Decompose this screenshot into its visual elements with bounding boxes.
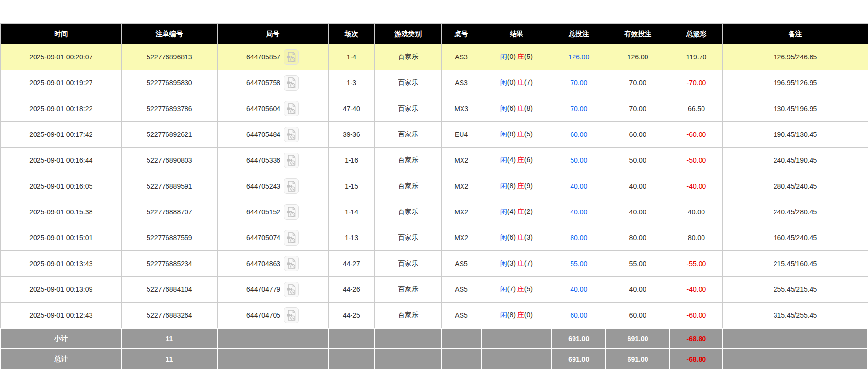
total-bet-amount[interactable]: 40.00 (552, 173, 606, 199)
banker-score: (2) (524, 208, 533, 215)
player-result-label: 闲 (500, 130, 507, 138)
game-type: 百家乐 (375, 199, 442, 225)
round-cell: 644705758 (217, 70, 328, 96)
player-result-label: 闲 (500, 208, 507, 215)
subtotal-valid-bet: 691.00 (606, 328, 670, 349)
subtotal-empty-cell (723, 328, 868, 349)
player-result-label: 闲 (500, 311, 507, 319)
remark-balance: 196.95/126.95 (723, 70, 868, 96)
banker-score: (3) (524, 233, 533, 241)
banker-result-label: 庄 (517, 53, 524, 60)
bet-time: 2025-09-01 00:16:05 (0, 173, 121, 199)
video-replay-button[interactable] (284, 282, 299, 297)
remark-balance: 126.95/246.65 (723, 44, 868, 70)
bet-record-row: 2025-09-01 00:18:22 522776893786 6447056… (0, 96, 868, 122)
session: 1-4 (328, 44, 375, 70)
bet-record-row: 2025-09-01 00:16:05 522776889591 6447052… (0, 173, 868, 199)
total-bet-amount[interactable]: 60.00 (552, 303, 606, 328)
banker-score: (5) (524, 285, 533, 293)
remark-balance: 130.45/196.95 (723, 96, 868, 122)
banker-result-label: 庄 (517, 78, 524, 86)
col-header-valid-bet: 有效投注 (606, 24, 670, 44)
video-replay-button[interactable] (284, 256, 299, 271)
table-number: AS3 (442, 70, 481, 96)
bet-time: 2025-09-01 00:12:43 (0, 303, 121, 328)
subtotal-empty-cell (481, 328, 552, 349)
player-score: (0) (507, 78, 516, 86)
valid-bet-amount: 80.00 (606, 225, 670, 251)
round-cell: 644704705 (217, 303, 328, 328)
bet-record-row: 2025-09-01 00:15:38 522776888707 6447051… (0, 199, 868, 225)
bet-record-row: 2025-09-01 00:12:43 522776883264 6447047… (0, 303, 868, 328)
total-bet-amount[interactable]: 40.00 (552, 277, 606, 303)
total-payout-amount: 40.00 (670, 199, 723, 225)
video-replay-button[interactable] (284, 75, 299, 91)
video-replay-button[interactable] (284, 178, 299, 194)
round-number: 644704705 (246, 311, 280, 319)
video-replay-button[interactable] (284, 127, 299, 142)
round-number: 644704863 (246, 260, 280, 268)
result-cell: 闲(0) 庄(5) (481, 44, 552, 70)
session: 44-25 (328, 303, 375, 328)
round-number: 644705857 (246, 53, 280, 61)
round-number: 644705758 (246, 79, 280, 87)
video-replay-button[interactable] (284, 101, 299, 116)
video-replay-button[interactable] (284, 153, 299, 168)
total-bet-amount[interactable]: 60.00 (552, 122, 606, 148)
bet-id: 522776887559 (121, 225, 217, 251)
subtotal-empty-cell (442, 328, 481, 349)
result-cell: 闲(0) 庄(7) (481, 70, 552, 96)
banker-score: (5) (524, 53, 533, 60)
round-cell: 644705484 (217, 122, 328, 148)
video-file-icon (286, 206, 297, 218)
video-file-icon (286, 154, 297, 166)
video-replay-button[interactable] (284, 204, 299, 220)
round-number: 644704779 (246, 286, 280, 293)
video-replay-button[interactable] (284, 49, 299, 65)
banker-score: (9) (524, 182, 533, 190)
game-type: 百家乐 (375, 96, 442, 122)
video-replay-button[interactable] (284, 307, 299, 323)
total-bet-amount[interactable]: 40.00 (552, 199, 606, 225)
total-payout-amount: -40.00 (670, 173, 723, 199)
valid-bet-amount: 40.00 (606, 277, 670, 303)
banker-result-label: 庄 (517, 182, 524, 190)
video-file-icon (286, 51, 297, 63)
subtotal-total-bet: 691.00 (552, 328, 606, 349)
session: 44-27 (328, 251, 375, 277)
grand-total-empty-cell (217, 349, 328, 369)
total-bet-amount[interactable]: 50.00 (552, 148, 606, 173)
col-header-round-no: 局号 (217, 24, 328, 44)
result-cell: 闲(7) 庄(5) (481, 277, 552, 303)
grand-total-count: 11 (121, 349, 217, 369)
result-cell: 闲(8) 庄(9) (481, 173, 552, 199)
banker-score: (7) (524, 259, 533, 267)
banker-result-label: 庄 (517, 156, 524, 164)
valid-bet-amount: 60.00 (606, 303, 670, 328)
bet-id: 522776884104 (121, 277, 217, 303)
table-number: AS3 (442, 44, 481, 70)
session: 1-15 (328, 173, 375, 199)
total-payout-amount: 80.00 (670, 225, 723, 251)
game-type: 百家乐 (375, 277, 442, 303)
total-bet-amount[interactable]: 70.00 (552, 70, 606, 96)
total-bet-amount[interactable]: 55.00 (552, 251, 606, 277)
col-header-remark: 备注 (723, 24, 868, 44)
bet-id: 522776895830 (121, 70, 217, 96)
subtotal-label: 小计 (0, 328, 121, 349)
video-replay-button[interactable] (284, 230, 299, 246)
total-payout-amount: 119.70 (670, 44, 723, 70)
banker-result-label: 庄 (517, 311, 524, 319)
total-bet-amount[interactable]: 70.00 (552, 96, 606, 122)
player-result-label: 闲 (500, 233, 507, 241)
total-bet-amount[interactable]: 80.00 (552, 225, 606, 251)
video-file-icon (286, 284, 297, 295)
banker-result-label: 庄 (517, 130, 524, 138)
total-bet-amount[interactable]: 126.00 (552, 44, 606, 70)
banker-score: (0) (524, 311, 533, 319)
game-type: 百家乐 (375, 148, 442, 173)
bet-record-row: 2025-09-01 00:16:44 522776890803 6447053… (0, 148, 868, 173)
video-file-icon (286, 129, 297, 140)
bet-id: 522776890803 (121, 148, 217, 173)
remark-balance: 280.45/240.45 (723, 173, 868, 199)
